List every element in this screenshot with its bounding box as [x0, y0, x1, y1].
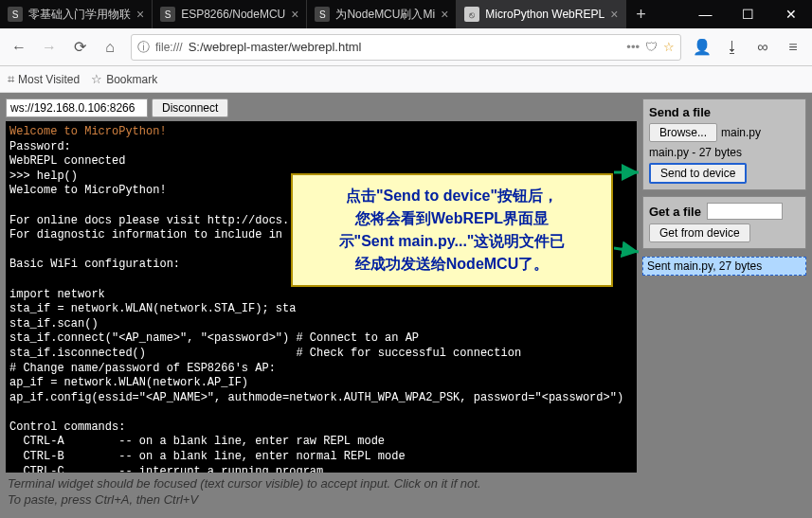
callout-line: 经成功发送给NodeMCU了。 [304, 253, 600, 276]
get-from-device-button[interactable]: Get from device [649, 223, 750, 242]
get-filename-input[interactable] [707, 203, 783, 220]
send-to-device-button[interactable]: Send to device [649, 163, 747, 184]
bookmark-label: Bookmark [106, 73, 157, 86]
tab-2[interactable]: S 为NodeMCU刷入Mi × [307, 0, 457, 28]
favicon-icon: ⎋ [464, 7, 479, 22]
callout-line: 您将会看到WebREPL界面显 [304, 207, 600, 230]
selected-filename: main.py [721, 126, 761, 139]
back-button[interactable]: ← [6, 34, 32, 61]
instruction-callout: 点击"Send to device"按钮后， 您将会看到WebREPL界面显 示… [291, 173, 613, 287]
close-icon[interactable]: × [291, 8, 298, 21]
minimize-button[interactable]: — [684, 0, 727, 28]
downloads-icon[interactable]: ⭳ [719, 34, 746, 61]
close-icon[interactable]: × [441, 8, 448, 21]
file-info: main.py - 27 bytes [649, 146, 800, 159]
get-title-text: Get a file [649, 205, 701, 219]
window-controls: — ☐ ✕ [684, 0, 812, 28]
favicon-icon: S [315, 7, 330, 22]
terminal-column: Disconnect Welcome to MicroPython! Passw… [0, 93, 637, 518]
browser-toolbar: ← → ⟳ ⌂ ⓘ file:/// ••• 🛡 ☆ 👤 ⭳ ∞ ≡ [0, 28, 812, 66]
bookmarks-bar: ⌗ Most Visited ☆ Bookmark [0, 66, 812, 93]
bookmark-folder-item[interactable]: ☆ Bookmark [91, 72, 157, 86]
tab-title: 为NodeMCU刷入Mi [335, 7, 435, 23]
star-icon: ☆ [91, 72, 102, 86]
url-input[interactable] [189, 40, 622, 54]
get-title: Get a file [649, 203, 800, 220]
bookmark-star-icon[interactable]: ☆ [663, 40, 675, 54]
new-tab-button[interactable]: + [626, 0, 656, 28]
tab-3-active[interactable]: ⎋ MicroPython WebREPL × [457, 0, 626, 28]
menu-icon[interactable]: ≡ [780, 34, 806, 61]
browser-tabstrip: S 零基础入门学用物联 × S ESP8266/NodeMCU × S 为Nod… [0, 0, 812, 28]
terminal-welcome: Welcome to MicroPython! [9, 125, 167, 138]
forward-button[interactable]: → [36, 34, 63, 61]
close-icon[interactable]: × [610, 8, 618, 21]
most-visited-item[interactable]: ⌗ Most Visited [8, 72, 80, 87]
sync-icon[interactable]: ∞ [749, 34, 776, 61]
browse-button[interactable]: Browse... [649, 123, 717, 142]
tab-title: 零基础入门学用物联 [28, 7, 131, 23]
tracking-shield-icon[interactable]: 🛡 [645, 40, 658, 54]
terminal-hint: Terminal widget should be focused (text … [6, 473, 637, 512]
page-content: Disconnect Welcome to MicroPython! Passw… [0, 93, 812, 518]
reload-button[interactable]: ⟳ [66, 34, 93, 61]
url-bar[interactable]: ⓘ file:/// ••• 🛡 ☆ [131, 34, 681, 61]
callout-line: 示"Sent main.py..."这说明文件已 [304, 230, 600, 253]
favicon-icon: S [160, 7, 175, 22]
transfer-status: Sent main.py, 27 bytes [642, 257, 806, 276]
send-title: Send a file [649, 105, 800, 119]
url-scheme: file:/// [155, 41, 183, 54]
tab-0[interactable]: S 零基础入门学用物联 × [0, 0, 153, 28]
websocket-url-input[interactable] [6, 98, 148, 117]
close-icon[interactable]: × [136, 8, 144, 21]
disconnect-button[interactable]: Disconnect [152, 98, 228, 117]
page-actions-icon[interactable]: ••• [626, 40, 640, 54]
account-icon[interactable]: 👤 [689, 34, 715, 61]
tab-title: MicroPython WebREPL [485, 8, 604, 21]
send-file-panel: Send a file Browse... main.py main.py - … [642, 98, 806, 190]
get-file-panel: Get a file Get from device [642, 196, 806, 249]
favicon-icon: S [8, 7, 23, 22]
grid-icon: ⌗ [8, 72, 14, 87]
hint-line-2: To paste, press Ctrl+A, then Ctrl+V [8, 492, 635, 509]
close-window-button[interactable]: ✕ [769, 0, 812, 28]
maximize-button[interactable]: ☐ [727, 0, 769, 28]
tab-1[interactable]: S ESP8266/NodeMCU × [153, 0, 307, 28]
callout-line: 点击"Send to device"按钮后， [304, 185, 600, 207]
tab-title: ESP8266/NodeMCU [181, 8, 285, 21]
home-button[interactable]: ⌂ [97, 34, 123, 61]
websocket-controls: Disconnect [6, 98, 637, 117]
bookmark-label: Most Visited [18, 73, 80, 86]
side-panel: Send a file Browse... main.py main.py - … [637, 93, 812, 518]
site-info-icon[interactable]: ⓘ [137, 39, 150, 56]
hint-line-1: Terminal widget should be focused (text … [8, 476, 635, 492]
